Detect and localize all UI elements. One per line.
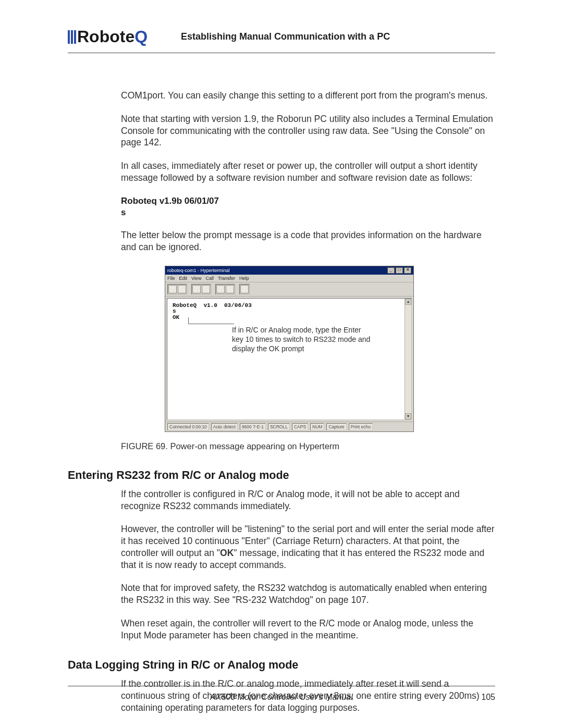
terminal-pane: RoboteQ v1.0 03/06/03 s OK If in R/C or … (167, 298, 412, 420)
callout-text: If in R/C or Analog mode, type the Enter… (232, 326, 373, 354)
page-number: 105 (481, 693, 495, 702)
page-footer: AX500 Motor Controller User's Manual 105 (68, 686, 495, 702)
paragraph: Note that for improved safety, the RS232… (121, 582, 495, 606)
status-cell: 9600 7-E-1 (240, 423, 266, 430)
minimize-icon[interactable]: _ (387, 267, 395, 274)
version-line-1: Roboteq v1.9b 06/01/07 (121, 196, 219, 206)
status-cell: Auto detect (211, 423, 238, 430)
toolbar-icon[interactable] (226, 285, 234, 293)
status-cell: SCROLL (268, 423, 290, 430)
window-menubar: File Edit View Call Transfer Help (165, 275, 413, 282)
menu-file[interactable]: File (167, 276, 175, 281)
paragraph: When reset again, the controller will re… (121, 618, 495, 641)
paragraph: The letter below the prompt message is a… (121, 229, 495, 253)
logo-text-q: Q (134, 27, 148, 46)
status-cell: Connected 0:00:10 (167, 423, 209, 430)
toolbar-icon[interactable] (168, 285, 177, 293)
status-cell: NUM (310, 423, 324, 430)
scroll-down-icon[interactable]: ▾ (405, 413, 411, 419)
logo-text-pre: Robote (77, 27, 134, 46)
toolbar-icon[interactable] (216, 285, 225, 293)
callout-line-icon (188, 317, 189, 324)
callout-line-icon (188, 324, 234, 324)
paragraph: If the controller is configured in R/C o… (121, 488, 495, 512)
window-titlebar: roboteq-com1 - Hyperterminal _ □ ✕ (165, 266, 413, 275)
status-cell: Print echo (349, 423, 373, 430)
menu-edit[interactable]: Edit (179, 276, 188, 281)
footer-title: AX500 Motor Controller User's Manual (210, 693, 352, 702)
menu-help[interactable]: Help (239, 276, 249, 281)
paragraph: However, the controller will be "listeni… (121, 523, 495, 571)
ok-bold: OK (220, 548, 234, 558)
toolbar-icon[interactable] (202, 285, 210, 293)
toolbar-icon[interactable] (178, 285, 186, 293)
scroll-up-icon[interactable]: ▴ (405, 299, 411, 305)
menu-transfer[interactable]: Transfer (218, 276, 235, 281)
scrollbar[interactable]: ▴ ▾ (405, 299, 411, 419)
window-buttons: _ □ ✕ (387, 267, 411, 274)
hyperterm-window: roboteq-com1 - Hyperterminal _ □ ✕ File … (165, 266, 414, 432)
toolbar-icon[interactable] (192, 285, 201, 293)
section-heading-data-logging: Data Logging String in R/C or Analog mod… (68, 659, 495, 672)
page-header: RoboteQ Establishing Manual Communicatio… (68, 27, 495, 53)
paragraph: COM1port. You can easily change this set… (121, 90, 495, 102)
page: RoboteQ Establishing Manual Communicatio… (0, 0, 563, 728)
menu-call[interactable]: Call (205, 276, 214, 281)
terminal-output: RoboteQ v1.0 03/06/03 s OK (167, 299, 411, 325)
paragraph: Note that starting with version 1.9, the… (121, 113, 495, 149)
version-line-2: s (121, 207, 126, 217)
status-cell: Capture (326, 423, 346, 430)
figure-caption: FIGURE 69. Power-on message appearing on… (121, 441, 495, 451)
window-title-text: roboteq-com1 - Hyperterminal (167, 268, 230, 273)
status-cell: CAPS (292, 423, 308, 430)
section-heading-entering-rs232: Entering RS232 from R/C or Analog mode (68, 469, 495, 482)
toolbar-icon[interactable] (240, 285, 249, 293)
version-string: Roboteq v1.9b 06/01/07 s (121, 195, 495, 219)
body-content: COM1port. You can easily change this set… (121, 90, 495, 451)
section-body: If the controller is configured in R/C o… (121, 488, 495, 641)
maximize-icon[interactable]: □ (396, 267, 403, 274)
logo-bars-icon (68, 30, 76, 44)
paragraph: In all cases, immediately after reset or… (121, 160, 495, 184)
header-title: Establishing Manual Communication with a… (181, 31, 390, 42)
menu-view[interactable]: View (191, 276, 201, 281)
figure-69: roboteq-com1 - Hyperterminal _ □ ✕ File … (165, 266, 495, 451)
brand-logo: RoboteQ (68, 27, 148, 46)
window-statusbar: Connected 0:00:10 Auto detect 9600 7-E-1… (165, 422, 413, 431)
close-icon[interactable]: ✕ (404, 267, 411, 274)
window-toolbar (165, 282, 413, 297)
